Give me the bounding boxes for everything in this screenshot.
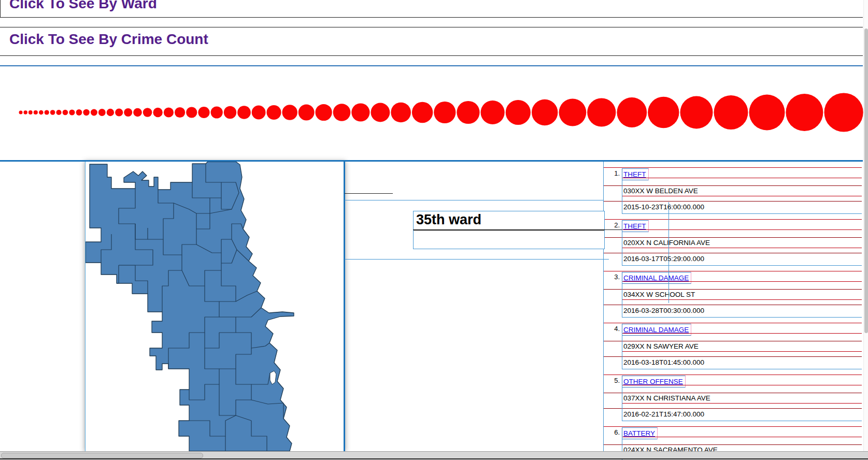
item-line [604, 408, 862, 409]
ward-bubble[interactable] [481, 100, 505, 124]
crime-timestamp: 2016-02-21T15:47:00.000 [623, 410, 704, 418]
ward-bubble[interactable] [198, 107, 209, 118]
crime-type-link[interactable]: OTHER OFFENSE [623, 378, 683, 385]
ward-bubble[interactable] [69, 109, 75, 115]
ward-bubble[interactable] [282, 105, 297, 120]
crime-type-box: THEFT [622, 168, 649, 180]
lake-inlet [270, 371, 276, 384]
crime-type-link[interactable]: CRIMINAL DAMAGE [623, 274, 689, 282]
crime-type-link[interactable]: CRIMINAL DAMAGE [623, 326, 689, 334]
crime-type-box: OTHER OFFENSE [622, 376, 686, 387]
chicago-ward-map[interactable] [85, 162, 345, 451]
item-line [604, 185, 862, 186]
map-right-border [344, 161, 345, 451]
ward-bubble[interactable] [371, 103, 390, 122]
link-see-by-ward[interactable]: Click To See By Ward [9, 0, 157, 12]
item-line [604, 237, 862, 238]
crime-type-link[interactable]: THEFT [623, 222, 646, 230]
ward-bubble[interactable] [333, 104, 351, 121]
ward-bubble[interactable] [267, 105, 281, 120]
ward-bubble[interactable] [50, 110, 55, 115]
item-left-border [622, 178, 622, 213]
tooltip-right-guide [668, 202, 669, 303]
vertical-scrollbar-thumb[interactable] [864, 28, 868, 333]
crime-type-box: BATTERY [622, 427, 658, 439]
crime-list-item: 4. CRIMINAL DAMAGE 029XX N SAWYER AVE 20… [604, 323, 862, 375]
ward-bubble[interactable] [532, 99, 558, 125]
crime-type-box: THEFT [622, 220, 649, 232]
ward-bubble[interactable] [316, 104, 332, 121]
ward-tooltip: 35th ward [413, 211, 605, 249]
crime-type-link[interactable]: THEFT [623, 170, 646, 178]
crime-timestamp: 2015-10-23T16:00:00.000 [623, 203, 704, 211]
ward-bubble[interactable] [83, 109, 89, 116]
ward-bubble[interactable] [34, 110, 38, 114]
ward-bubble[interactable] [63, 110, 68, 116]
ward-bubble[interactable] [133, 108, 142, 117]
ward-bubble[interactable] [143, 108, 152, 117]
horizontal-scrollbar[interactable] [0, 451, 868, 459]
item-line [604, 219, 862, 220]
ward-bubble[interactable] [19, 111, 23, 114]
crime-address: 030XX W BELDEN AVE [623, 187, 698, 195]
ward-map-svg[interactable] [86, 162, 345, 451]
ward-bubble[interactable] [76, 109, 82, 116]
item-line [622, 403, 862, 404]
crime-type-box: CRIMINAL DAMAGE [622, 324, 691, 336]
item-line [604, 253, 862, 253]
horizontal-scrollbar-thumb[interactable] [1, 453, 203, 458]
item-line [604, 305, 862, 305]
ward-bubble[interactable] [164, 107, 174, 117]
ward-bubble[interactable] [115, 108, 123, 116]
item-line [604, 323, 862, 323]
crime-address: 034XX W SCHOOL ST [623, 291, 695, 298]
item-line [622, 299, 862, 300]
item-line [622, 229, 862, 230]
link-see-by-crime-count[interactable]: Click To See By Crime Count [9, 31, 208, 48]
item-line [622, 437, 862, 437]
ward-bubble[interactable] [29, 110, 33, 114]
item-left-border [622, 333, 622, 369]
crime-address: 029XX N SAWYER AVE [623, 342, 699, 350]
item-line [622, 265, 862, 266]
crime-list-item: 3. CRIMINAL DAMAGE 034XX W SCHOOL ST 201… [604, 271, 862, 323]
ward-bubble[interactable] [391, 103, 411, 123]
ward-bubble[interactable] [91, 109, 97, 116]
ward-bubble[interactable] [434, 102, 456, 123]
ward-bubble[interactable] [237, 106, 251, 119]
crime-rank: 1. [604, 169, 620, 177]
item-line [604, 426, 862, 427]
ward-bubble[interactable] [175, 107, 185, 118]
ward-bubble[interactable] [39, 110, 44, 115]
ward-bubble[interactable] [559, 99, 587, 126]
ward-bubble[interactable] [351, 103, 369, 121]
crime-type-link[interactable]: BATTERY [623, 429, 655, 437]
ward-bubble[interactable] [24, 110, 27, 114]
vertical-scrollbar[interactable] [863, 0, 868, 451]
ward-bubble[interactable] [186, 107, 197, 118]
ward-bubble[interactable] [107, 109, 114, 116]
ward-bubble[interactable] [211, 106, 223, 118]
item-line [604, 201, 862, 202]
ward-bubble[interactable] [98, 109, 106, 116]
crime-timestamp: 2016-03-28T00:30:00.000 [623, 307, 704, 314]
ward-bubble[interactable] [457, 101, 479, 124]
ward-bubble[interactable] [153, 108, 162, 117]
ward-bubble[interactable] [45, 110, 49, 114]
ward-bubble[interactable] [506, 100, 531, 125]
ward-bubble[interactable] [56, 110, 61, 115]
ward-bubble[interactable] [252, 106, 266, 120]
page-bottom-border [0, 458, 868, 459]
crime-list-item: 5. OTHER OFFENSE 037XX N CHRISTIANA AVE … [604, 375, 862, 427]
item-line [622, 317, 862, 318]
crime-rank: 6. [604, 428, 620, 436]
item-left-border [622, 385, 622, 421]
page-left-edge-tick [0, 0, 1, 17]
crime-list-item: 2. THEFT 020XX N CALIFORNIA AVE 2016-03-… [604, 219, 862, 271]
ward-bubble[interactable] [224, 106, 236, 119]
item-line [622, 369, 862, 369]
ward-tooltip-title: 35th ward [416, 212, 481, 228]
ward-bubble[interactable] [124, 108, 132, 117]
ward-bubble[interactable] [412, 102, 433, 123]
ward-bubble[interactable] [298, 105, 315, 121]
